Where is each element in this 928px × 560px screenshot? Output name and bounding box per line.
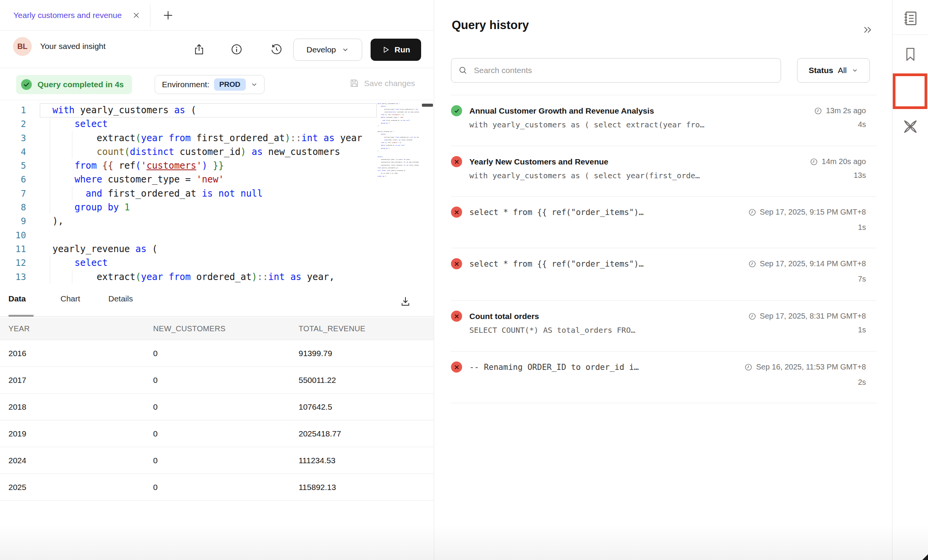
- table-cell: 2024: [0, 456, 145, 465]
- query-history-item[interactable]: Annual Customer Growth and Revenue Analy…: [451, 95, 877, 146]
- bookmark-icon: [902, 46, 919, 63]
- run-button[interactable]: Run: [371, 39, 421, 61]
- history-item-title: select * from {{ ref("order_items")…: [469, 259, 644, 269]
- history-item-snippet: with yearly_customers as ( select year(f…: [451, 171, 700, 180]
- save-changes-button[interactable]: Save changes: [349, 78, 415, 88]
- table-row: 2016091399.79: [0, 340, 434, 367]
- code-text: extract(year from ordered_at)::int as ye…: [52, 270, 335, 284]
- code-text: select: [52, 256, 108, 270]
- query-history-item[interactable]: Count total ordersSep 17, 2025, 8:31 PM …: [451, 301, 877, 352]
- history-item-snippet: with yearly_customers as ( select extrac…: [451, 120, 704, 129]
- history-item-title: -- Renaming ORDER_ID to order_id i…: [469, 363, 639, 372]
- code-line: 1with yearly_customers as (: [0, 103, 434, 117]
- table-cell: 111234.53: [290, 456, 426, 465]
- active-tab-indicator: [8, 315, 34, 317]
- table-cell: 0: [145, 429, 290, 438]
- results-table: YEARNEW_CUSTOMERSTOTAL_REVENUE 201609139…: [0, 318, 434, 501]
- code-line: 9),: [0, 214, 434, 228]
- run-label: Run: [395, 45, 410, 54]
- history-item-timestamp: Sep 17, 2025, 8:31 PM GMT+8: [748, 312, 866, 321]
- tab-title: Yearly customers and revenue: [13, 11, 122, 20]
- chevron-down-icon: [341, 46, 349, 54]
- info-button[interactable]: [228, 41, 245, 58]
- line-number: 8: [0, 200, 26, 214]
- status-filter-dropdown[interactable]: Status All: [797, 58, 870, 83]
- history-item-duration: 7s: [858, 275, 866, 283]
- success-status-icon: [451, 105, 462, 116]
- table-cell: 2016: [0, 349, 145, 358]
- table-cell: 2025: [0, 483, 145, 492]
- code-line: 5 from {{ ref('customers') }}: [0, 159, 434, 173]
- collapse-panel-button[interactable]: [859, 22, 876, 37]
- query-history-item[interactable]: select * from {{ ref("order_items")…Sep …: [451, 248, 877, 301]
- clock-icon: [748, 312, 756, 321]
- history-item-timestamp: Sep 17, 2025, 9:14 PM GMT+8: [748, 259, 866, 268]
- error-status-icon: [451, 361, 462, 373]
- version-history-button[interactable]: [268, 41, 285, 58]
- double-chevron-right-icon: [862, 25, 873, 35]
- history-item-duration: 1s: [858, 326, 866, 334]
- query-history-title: Query history: [452, 18, 529, 32]
- editor-tab-bar: Yearly customers and revenue: [0, 0, 434, 31]
- rail-divider: [892, 34, 928, 35]
- query-history-item[interactable]: -- Renaming ORDER_ID to order_id i…Sep 1…: [451, 352, 877, 403]
- history-item-title: select * from {{ ref("order_items")…: [469, 208, 644, 217]
- history-item-timestamp: 14m 20s ago: [810, 157, 866, 166]
- tab-details[interactable]: Details: [108, 294, 133, 303]
- bookmarks-panel-button[interactable]: [899, 43, 922, 66]
- error-status-icon: [451, 207, 462, 218]
- line-number: 7: [0, 187, 26, 200]
- history-item-duration: 1s: [858, 223, 866, 232]
- code-line: 4 count(distinct customer_id) as new_cus…: [0, 145, 434, 159]
- error-status-icon: [451, 156, 462, 167]
- tab-chart[interactable]: Chart: [60, 294, 80, 303]
- lineage-panel-button[interactable]: [899, 116, 922, 138]
- code-text: group by 1: [52, 200, 130, 214]
- search-icon: [458, 65, 468, 75]
- line-number: 13: [0, 270, 26, 284]
- editor-scrollbar-thumb[interactable]: [422, 104, 433, 107]
- tab-yearly-customers-and-revenue[interactable]: Yearly customers and revenue: [0, 0, 150, 30]
- query-history-panel-button[interactable]: [899, 80, 922, 103]
- clock-icon: [901, 81, 920, 101]
- line-number: 4: [0, 145, 26, 159]
- query-history-item[interactable]: Yearly New Customers and Revenue14m 20s …: [451, 146, 877, 197]
- editor-minimap[interactable]: with yearly_customers as ( select extrac…: [377, 103, 419, 181]
- environment-label: Environment:: [162, 80, 209, 89]
- new-tab-button[interactable]: [162, 9, 174, 21]
- search-input[interactable]: [474, 66, 774, 75]
- code-line: 8 group by 1: [0, 200, 434, 214]
- query-status-text: Query completed in 4s: [38, 80, 124, 89]
- download-results-button[interactable]: [397, 293, 414, 310]
- bottom-fade: [0, 526, 928, 560]
- results-tab-bar: Data Chart Details: [0, 285, 434, 317]
- line-number: 11: [0, 242, 26, 256]
- save-changes-label: Save changes: [364, 79, 415, 88]
- history-item-title: Count total orders: [469, 312, 539, 321]
- tab-close-icon[interactable]: [132, 11, 141, 20]
- query-history-item[interactable]: select * from {{ ref("order_items")…Sep …: [451, 197, 877, 248]
- status-filter-label: Status: [809, 66, 833, 75]
- tab-divider: [150, 3, 150, 27]
- code-line: 11yearly_revenue as (: [0, 242, 434, 256]
- history-item-duration: 4s: [858, 120, 866, 129]
- line-number: 1: [0, 103, 26, 117]
- notebook-panel-button[interactable]: [899, 7, 922, 30]
- table-cell: 115892.13: [290, 483, 426, 492]
- sql-editor[interactable]: 1with yearly_customers as (2 select3 ext…: [0, 100, 434, 285]
- code-text: from {{ ref('customers') }}: [52, 159, 224, 173]
- share-button[interactable]: [191, 41, 207, 58]
- insight-subtitle: Your saved insight: [40, 42, 106, 51]
- insight-toolbar: BL Your saved insight Develop: [0, 31, 434, 68]
- code-text: extract(year from first_ordered_at)::int…: [52, 131, 362, 145]
- code-line: 3 extract(year from first_ordered_at)::i…: [0, 131, 434, 145]
- column-header: NEW_CUSTOMERS: [145, 324, 290, 333]
- environment-select[interactable]: Environment: PROD: [155, 75, 265, 94]
- develop-button[interactable]: Develop: [293, 39, 362, 61]
- table-cell: 2018: [0, 402, 145, 412]
- panel-divider: [434, 0, 434, 560]
- tab-data[interactable]: Data: [8, 294, 26, 303]
- line-number: 12: [0, 256, 26, 270]
- avatar: BL: [13, 37, 32, 56]
- table-cell: 2025418.77: [290, 429, 426, 438]
